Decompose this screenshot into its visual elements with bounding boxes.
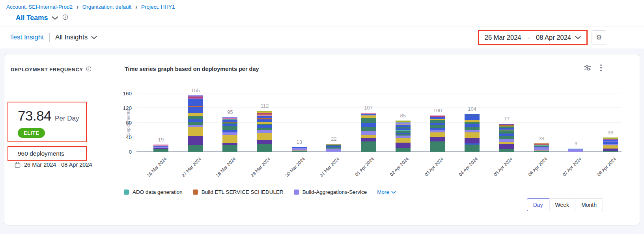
bar-segment (188, 145, 203, 152)
bar-segment (430, 137, 445, 141)
bar-segment (188, 116, 203, 119)
breadcrumb-organization[interactable]: Organization: default (82, 4, 132, 10)
bar-27-mar-2024[interactable] (188, 95, 203, 152)
legend-more-link[interactable]: More (377, 189, 396, 195)
bar-segment (257, 144, 272, 152)
bar-segment (396, 148, 411, 152)
bar-segment (326, 149, 341, 152)
x-tick-label: 01 Apr 2024 (354, 156, 375, 177)
bar-value-label: 77 (504, 116, 510, 122)
x-tick-label: 29 Mar 2024 (250, 156, 271, 178)
more-label: More (377, 189, 389, 195)
breadcrumb-project[interactable]: Project: HHY1 (141, 4, 175, 10)
annotation-box-total: 960 deployments (7, 146, 87, 161)
bar-segment (534, 151, 549, 152)
bar-segment (465, 132, 480, 138)
bar-06-apr-2024[interactable] (534, 143, 549, 152)
bar-31-mar-2024[interactable] (326, 144, 341, 152)
chevron-down-icon[interactable] (52, 16, 58, 20)
y-tick-label: 0 (129, 149, 132, 155)
metric-unit: Per Day (55, 115, 79, 123)
y-tick-label: 120 (123, 105, 132, 111)
bar-segment (603, 151, 618, 152)
bar-segment (188, 122, 203, 125)
x-tick-label: 27 Mar 2024 (181, 156, 202, 178)
all-insights-label: All Insights (55, 33, 88, 41)
bar-value-label: 39 (608, 130, 613, 136)
bar-segment (292, 151, 307, 152)
chevron-down-icon (91, 36, 97, 39)
team-selector[interactable]: All Teams (16, 14, 48, 22)
filter-sliders-icon[interactable] (584, 65, 592, 71)
chart-legend: ADO data generationBuild ETL SERVICE SCH… (124, 189, 396, 195)
date-range-start: 26 Mar 2024 (485, 34, 521, 41)
granularity-toggle: DayWeekMonth (527, 198, 603, 211)
kebab-menu-icon[interactable] (600, 64, 602, 71)
bar-value-label: 95 (227, 109, 233, 115)
bar-segment (534, 147, 549, 151)
bar-segment (499, 136, 514, 139)
bar-segment (257, 130, 272, 133)
breadcrumb-account[interactable]: Account: SEI-Internal-Prod2 (6, 4, 73, 10)
legend-label: Build ETL SERVICE SCHEDULER (202, 189, 284, 195)
granularity-day-button[interactable]: Day (527, 198, 549, 211)
granularity-week-button[interactable]: Week (549, 198, 576, 211)
all-insights-dropdown[interactable]: All Insights (55, 33, 97, 41)
bar-01-apr-2024[interactable] (361, 113, 376, 152)
bar-segment (499, 139, 514, 142)
x-tick-label: 07 Apr 2024 (562, 156, 582, 177)
bar-29-mar-2024[interactable] (257, 111, 272, 152)
metric-value: 73.84 (18, 108, 51, 124)
bar-segment (361, 141, 376, 152)
bar-segment (361, 127, 376, 131)
page-content: DEPLOYMENT FREQUENCY Time series graph b… (0, 48, 644, 234)
gridline (136, 122, 622, 123)
bar-05-apr-2024[interactable] (499, 124, 514, 152)
calendar-icon (15, 162, 21, 168)
bar-28-mar-2024[interactable] (222, 117, 237, 152)
bar-02-apr-2024[interactable] (396, 121, 411, 152)
breadcrumb: Account: SEI-Internal-Prod2 › Organizati… (0, 0, 644, 10)
gridline (136, 137, 622, 137)
bar-value-label: 100 (433, 108, 442, 113)
legend-item[interactable]: ADO data generation (124, 189, 183, 195)
bar-26-mar-2024[interactable] (153, 145, 168, 152)
bar-segment (430, 141, 445, 152)
bar-value-label: 112 (261, 103, 269, 109)
bar-03-apr-2024[interactable] (430, 115, 445, 152)
bar-04-apr-2024[interactable] (465, 114, 480, 152)
legend-label: ADO data generation (133, 189, 183, 195)
granularity-month-button[interactable]: Month (575, 198, 603, 211)
date-range-selector[interactable]: 26 Mar 2024 - 08 Apr 2024 (478, 30, 588, 45)
x-tick-label: 26 Mar 2024 (146, 156, 167, 178)
bar-segment (222, 135, 237, 143)
legend-item[interactable]: Build ETL SERVICE SCHEDULER (193, 189, 284, 195)
bar-value-label: 9 (575, 141, 577, 147)
bar-08-apr-2024[interactable] (603, 138, 618, 152)
bar-value-label: 104 (468, 106, 476, 112)
info-icon[interactable] (62, 14, 68, 22)
widget-title-label: DEPLOYMENT FREQUENCY (11, 67, 83, 72)
bar-07-apr-2024[interactable] (568, 149, 583, 152)
bar-segment (465, 115, 480, 120)
bar-segment (257, 119, 272, 122)
breadcrumb-separator-icon: › (77, 3, 78, 10)
insight-name-link[interactable]: Test Insight (10, 33, 44, 41)
info-icon[interactable] (86, 66, 91, 73)
bar-segment (257, 133, 272, 141)
bar-segment (361, 118, 376, 123)
bar-30-mar-2024[interactable] (292, 147, 307, 152)
plot-area: Deployments 040801201601926 Mar 20241552… (136, 93, 622, 152)
bar-segment (430, 120, 445, 123)
bar-segment (222, 126, 237, 130)
bar-value-label: 23 (538, 136, 544, 141)
legend-swatch (124, 190, 129, 195)
team-selector-row: All Teams (0, 10, 644, 26)
settings-button[interactable]: ⚙ (592, 30, 606, 45)
total-deployments: 960 deployments (18, 150, 64, 157)
bar-segment (292, 148, 307, 151)
deployment-frequency-widget: DEPLOYMENT FREQUENCY Time series graph b… (4, 54, 640, 225)
gridline (136, 93, 622, 93)
legend-item[interactable]: Build-Aggregations-Service (294, 189, 367, 195)
chevron-down-icon (391, 191, 396, 194)
